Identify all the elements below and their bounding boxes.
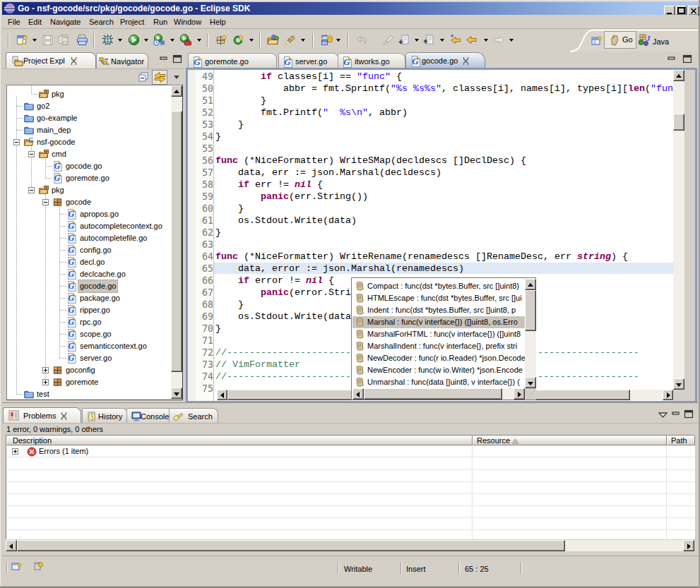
svg-text:J: J bbox=[646, 34, 651, 42]
